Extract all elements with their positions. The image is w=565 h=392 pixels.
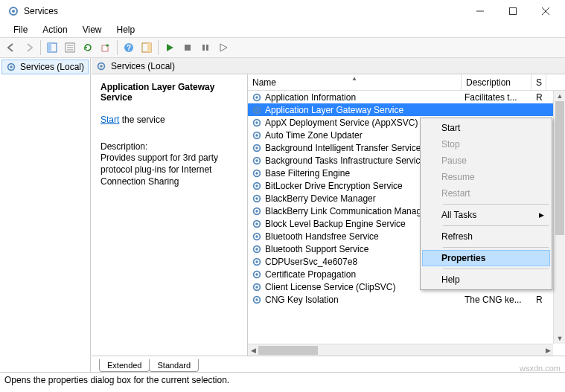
ctx-start[interactable]: Start [422, 120, 550, 136]
service-name: BitLocker Drive Encryption Service [265, 181, 403, 191]
maximize-button[interactable] [497, 0, 529, 22]
column-description[interactable]: Description [462, 74, 532, 90]
menu-help[interactable]: Help [109, 23, 143, 36]
export-button[interactable] [98, 39, 114, 56]
service-row[interactable]: Application InformationFacilitates t...R [248, 91, 565, 103]
detail-pane-button[interactable] [44, 39, 60, 56]
tab-standard[interactable]: Standard [149, 359, 199, 372]
start-service-button[interactable] [162, 39, 178, 56]
service-name: Bluetooth Handsfree Service [265, 231, 379, 242]
restart-service-button[interactable] [215, 39, 232, 56]
stop-service-button[interactable] [179, 39, 196, 56]
minimize-button[interactable] [464, 0, 497, 22]
service-name: Certificate Propagation [265, 269, 356, 280]
window-title: Services [24, 6, 464, 16]
submenu-arrow-icon: ▶ [539, 211, 544, 219]
ctx-properties[interactable]: Properties [422, 250, 550, 266]
service-name: Bluetooth Support Service [265, 244, 368, 254]
service-name: CNG Key Isolation [265, 295, 339, 305]
ctx-help[interactable]: Help [422, 271, 550, 288]
toolbar: ? [0, 37, 565, 58]
menu-file[interactable]: File [6, 23, 35, 36]
action-pane-button[interactable] [138, 39, 155, 56]
menu-view[interactable]: View [75, 23, 109, 36]
description-label: Description: [100, 141, 241, 152]
watermark: wsxdn.com [520, 364, 561, 373]
svg-rect-14 [185, 45, 191, 51]
menu-action[interactable]: Action [35, 23, 74, 36]
service-name: CDPUserSvc_4e607e8 [265, 257, 357, 267]
service-name: Auto Time Zone Updater [265, 130, 363, 141]
tab-extended[interactable]: Extended [99, 359, 150, 372]
svg-text:?: ? [127, 44, 131, 52]
column-name[interactable]: Name▲ [248, 74, 462, 90]
ctx-all-tasks[interactable]: All Tasks▶ [422, 207, 550, 223]
svg-rect-2 [510, 8, 517, 15]
service-status: R [536, 92, 543, 103]
menu-bar: File Action View Help [0, 22, 565, 37]
service-name: BlackBerry Device Manager [265, 193, 376, 204]
tree-item-label: Services (Local) [20, 62, 84, 72]
service-row[interactable]: CNG Key IsolationThe CNG ke...R [248, 293, 565, 306]
close-button[interactable] [529, 0, 562, 22]
forward-button[interactable] [21, 39, 37, 56]
service-desc: Facilitates t... [465, 92, 532, 103]
sort-asc-icon: ▲ [351, 75, 357, 82]
pause-service-button[interactable] [197, 39, 214, 56]
ctx-stop: Stop [422, 136, 550, 152]
app-icon [7, 5, 19, 17]
ctx-resume: Resume [422, 169, 550, 185]
service-name: Client License Service (ClipSVC) [265, 282, 395, 292]
content-header: Services (Local) [92, 58, 565, 74]
svg-rect-15 [202, 45, 205, 51]
horizontal-scrollbar[interactable]: ◀▶ [248, 344, 553, 356]
column-status[interactable]: S [532, 74, 546, 90]
detail-panel: Application Layer Gateway Service Start … [92, 74, 248, 356]
service-name: Background Intelligent Transfer Service [265, 143, 421, 153]
properties-button[interactable] [62, 39, 78, 56]
description-text: Provides support for 3rd party protocol … [100, 152, 241, 188]
svg-rect-16 [206, 45, 208, 51]
service-name: Base Filtering Engine [265, 168, 350, 179]
service-name: Application Information [265, 92, 356, 103]
service-name: Application Layer Gateway Service [265, 105, 403, 115]
service-desc: The CNG ke... [465, 295, 532, 305]
svg-rect-4 [48, 43, 51, 52]
service-status: R [536, 295, 543, 305]
service-name: Block Level Backup Engine Service [265, 219, 406, 229]
refresh-button[interactable] [80, 39, 96, 56]
service-row[interactable]: Application Layer Gateway Service [248, 103, 565, 116]
help-button[interactable]: ? [121, 39, 137, 56]
tree-pane: Services (Local) [0, 58, 91, 372]
ctx-restart: Restart [422, 185, 550, 202]
service-name: Background Tasks Infrastructure Service [265, 155, 425, 166]
vertical-scrollbar[interactable]: ▲▼ [553, 91, 565, 344]
ctx-refresh[interactable]: Refresh [422, 228, 550, 245]
tree-services-local[interactable]: Services (Local) [1, 60, 89, 74]
ctx-pause: Pause [422, 152, 550, 169]
service-name: AppX Deployment Service (AppXSVC) [265, 118, 418, 128]
selected-service-title: Application Layer Gateway Service [100, 82, 241, 103]
svg-rect-13 [147, 43, 151, 52]
start-link[interactable]: Start [100, 115, 119, 125]
context-menu: Start Stop Pause Resume Restart All Task… [420, 118, 552, 290]
status-bar: Opens the properties dialog box for the … [0, 372, 565, 388]
service-name: BlackBerry Link Communication Manager [265, 206, 430, 216]
back-button[interactable] [3, 39, 19, 56]
